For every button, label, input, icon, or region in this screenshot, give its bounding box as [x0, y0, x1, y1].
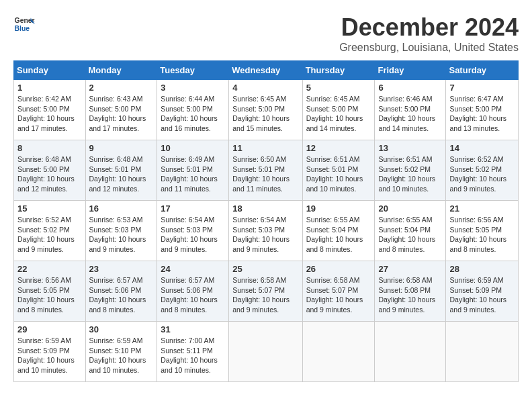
- day-header-tuesday: Tuesday: [157, 61, 229, 80]
- day-number: 30: [89, 324, 154, 334]
- calendar-cell: 23Sunrise: 6:57 AM Sunset: 5:06 PM Dayli…: [85, 261, 157, 322]
- calendar-cell: 20Sunrise: 6:55 AM Sunset: 5:04 PM Dayli…: [375, 201, 446, 261]
- day-info: Sunrise: 6:59 AM Sunset: 5:09 PM Dayligh…: [17, 336, 82, 375]
- day-number: 1: [17, 83, 82, 93]
- day-number: 13: [378, 143, 442, 153]
- day-number: 11: [232, 143, 298, 153]
- day-info: Sunrise: 6:47 AM Sunset: 5:00 PM Dayligh…: [449, 94, 515, 134]
- calendar-cell: 31Sunrise: 7:00 AM Sunset: 5:11 PM Dayli…: [157, 322, 229, 382]
- calendar-cell: 18Sunrise: 6:54 AM Sunset: 5:03 PM Dayli…: [229, 201, 302, 261]
- calendar-cell: 6Sunrise: 6:46 AM Sunset: 5:00 PM Daylig…: [375, 80, 446, 140]
- day-number: 4: [232, 83, 298, 93]
- day-info: Sunrise: 6:51 AM Sunset: 5:02 PM Dayligh…: [378, 154, 442, 194]
- day-info: Sunrise: 6:48 AM Sunset: 5:01 PM Dayligh…: [89, 154, 154, 194]
- calendar-cell: 15Sunrise: 6:52 AM Sunset: 5:02 PM Dayli…: [14, 201, 86, 261]
- svg-text:Blue: Blue: [15, 25, 30, 32]
- calendar-cell: 17Sunrise: 6:54 AM Sunset: 5:03 PM Dayli…: [157, 201, 229, 261]
- calendar-cell: 26Sunrise: 6:58 AM Sunset: 5:07 PM Dayli…: [302, 261, 375, 322]
- title-section: December 2024 Greensburg, Louisiana, Uni…: [339, 13, 519, 54]
- week-row-4: 22Sunrise: 6:56 AM Sunset: 5:05 PM Dayli…: [14, 261, 519, 322]
- location-subtitle: Greensburg, Louisiana, United States: [339, 42, 519, 54]
- calendar-cell: [229, 322, 302, 382]
- day-number: 17: [161, 203, 225, 214]
- day-number: 22: [17, 264, 82, 274]
- day-info: Sunrise: 6:50 AM Sunset: 5:01 PM Dayligh…: [232, 154, 298, 194]
- week-row-3: 15Sunrise: 6:52 AM Sunset: 5:02 PM Dayli…: [14, 201, 519, 261]
- week-row-1: 1Sunrise: 6:42 AM Sunset: 5:00 PM Daylig…: [14, 80, 519, 140]
- calendar-cell: 4Sunrise: 6:45 AM Sunset: 5:00 PM Daylig…: [229, 80, 302, 140]
- week-row-5: 29Sunrise: 6:59 AM Sunset: 5:09 PM Dayli…: [14, 322, 519, 382]
- day-number: 19: [306, 203, 371, 214]
- calendar-cell: 14Sunrise: 6:52 AM Sunset: 5:02 PM Dayli…: [446, 140, 519, 201]
- day-number: 9: [89, 143, 154, 153]
- day-info: Sunrise: 6:43 AM Sunset: 5:00 PM Dayligh…: [89, 94, 154, 134]
- day-header-saturday: Saturday: [446, 61, 519, 80]
- calendar-cell: 30Sunrise: 6:59 AM Sunset: 5:10 PM Dayli…: [85, 322, 157, 382]
- day-info: Sunrise: 6:51 AM Sunset: 5:01 PM Dayligh…: [306, 154, 371, 194]
- day-number: 24: [161, 264, 225, 274]
- calendar-cell: [446, 322, 519, 382]
- calendar-cell: 3Sunrise: 6:44 AM Sunset: 5:00 PM Daylig…: [157, 80, 229, 140]
- day-info: Sunrise: 6:45 AM Sunset: 5:00 PM Dayligh…: [306, 94, 371, 134]
- calendar-cell: 2Sunrise: 6:43 AM Sunset: 5:00 PM Daylig…: [85, 80, 157, 140]
- day-info: Sunrise: 6:52 AM Sunset: 5:02 PM Dayligh…: [17, 215, 82, 255]
- calendar-cell: 7Sunrise: 6:47 AM Sunset: 5:00 PM Daylig…: [446, 80, 519, 140]
- day-number: 31: [161, 324, 225, 334]
- day-header-thursday: Thursday: [302, 61, 375, 80]
- calendar-cell: 27Sunrise: 6:58 AM Sunset: 5:08 PM Dayli…: [375, 261, 446, 322]
- day-number: 25: [232, 264, 298, 274]
- calendar-cell: 28Sunrise: 6:59 AM Sunset: 5:09 PM Dayli…: [446, 261, 519, 322]
- day-number: 21: [449, 203, 515, 214]
- calendar-table: SundayMondayTuesdayWednesdayThursdayFrid…: [13, 60, 519, 382]
- day-info: Sunrise: 6:54 AM Sunset: 5:03 PM Dayligh…: [232, 215, 298, 255]
- day-number: 29: [17, 324, 82, 334]
- week-row-2: 8Sunrise: 6:48 AM Sunset: 5:00 PM Daylig…: [14, 140, 519, 201]
- day-info: Sunrise: 6:56 AM Sunset: 5:05 PM Dayligh…: [17, 275, 82, 315]
- day-number: 26: [306, 264, 371, 274]
- header: General Blue December 2024 Greensburg, L…: [13, 13, 519, 54]
- day-number: 2: [89, 83, 154, 93]
- logo-icon: General Blue: [13, 13, 35, 35]
- day-info: Sunrise: 6:58 AM Sunset: 5:08 PM Dayligh…: [378, 275, 442, 315]
- calendar-cell: 19Sunrise: 6:55 AM Sunset: 5:04 PM Dayli…: [302, 201, 375, 261]
- calendar-cell: 13Sunrise: 6:51 AM Sunset: 5:02 PM Dayli…: [375, 140, 446, 201]
- day-info: Sunrise: 6:58 AM Sunset: 5:07 PM Dayligh…: [306, 275, 371, 315]
- day-info: Sunrise: 6:59 AM Sunset: 5:10 PM Dayligh…: [89, 336, 154, 375]
- calendar-cell: 11Sunrise: 6:50 AM Sunset: 5:01 PM Dayli…: [229, 140, 302, 201]
- day-info: Sunrise: 6:46 AM Sunset: 5:00 PM Dayligh…: [378, 94, 442, 134]
- day-number: 28: [449, 264, 515, 274]
- calendar-cell: 25Sunrise: 6:58 AM Sunset: 5:07 PM Dayli…: [229, 261, 302, 322]
- day-info: Sunrise: 6:52 AM Sunset: 5:02 PM Dayligh…: [449, 154, 515, 194]
- day-number: 6: [378, 83, 442, 93]
- day-info: Sunrise: 6:55 AM Sunset: 5:04 PM Dayligh…: [378, 215, 442, 255]
- calendar-cell: 9Sunrise: 6:48 AM Sunset: 5:01 PM Daylig…: [85, 140, 157, 201]
- day-header-friday: Friday: [375, 61, 446, 80]
- day-number: 23: [89, 264, 154, 274]
- day-info: Sunrise: 6:58 AM Sunset: 5:07 PM Dayligh…: [232, 275, 298, 315]
- day-number: 8: [17, 143, 82, 153]
- day-info: Sunrise: 6:57 AM Sunset: 5:06 PM Dayligh…: [161, 275, 225, 315]
- calendar-cell: 1Sunrise: 6:42 AM Sunset: 5:00 PM Daylig…: [14, 80, 86, 140]
- day-header-row: SundayMondayTuesdayWednesdayThursdayFrid…: [14, 61, 519, 80]
- day-number: 14: [449, 143, 515, 153]
- calendar-cell: 29Sunrise: 6:59 AM Sunset: 5:09 PM Dayli…: [14, 322, 86, 382]
- day-number: 16: [89, 203, 154, 214]
- calendar-cell: 21Sunrise: 6:56 AM Sunset: 5:05 PM Dayli…: [446, 201, 519, 261]
- calendar-cell: 12Sunrise: 6:51 AM Sunset: 5:01 PM Dayli…: [302, 140, 375, 201]
- day-info: Sunrise: 7:00 AM Sunset: 5:11 PM Dayligh…: [161, 336, 225, 375]
- day-info: Sunrise: 6:59 AM Sunset: 5:09 PM Dayligh…: [449, 275, 515, 315]
- day-number: 7: [449, 83, 515, 93]
- day-number: 10: [161, 143, 225, 153]
- day-info: Sunrise: 6:54 AM Sunset: 5:03 PM Dayligh…: [161, 215, 225, 255]
- day-info: Sunrise: 6:53 AM Sunset: 5:03 PM Dayligh…: [89, 215, 154, 255]
- calendar-cell: [375, 322, 446, 382]
- calendar-cell: 5Sunrise: 6:45 AM Sunset: 5:00 PM Daylig…: [302, 80, 375, 140]
- day-number: 5: [306, 83, 371, 93]
- day-header-wednesday: Wednesday: [229, 61, 302, 80]
- day-info: Sunrise: 6:55 AM Sunset: 5:04 PM Dayligh…: [306, 215, 371, 255]
- calendar-cell: 8Sunrise: 6:48 AM Sunset: 5:00 PM Daylig…: [14, 140, 86, 201]
- day-info: Sunrise: 6:44 AM Sunset: 5:00 PM Dayligh…: [161, 94, 225, 134]
- calendar-cell: 24Sunrise: 6:57 AM Sunset: 5:06 PM Dayli…: [157, 261, 229, 322]
- day-number: 20: [378, 203, 442, 214]
- day-number: 18: [232, 203, 298, 214]
